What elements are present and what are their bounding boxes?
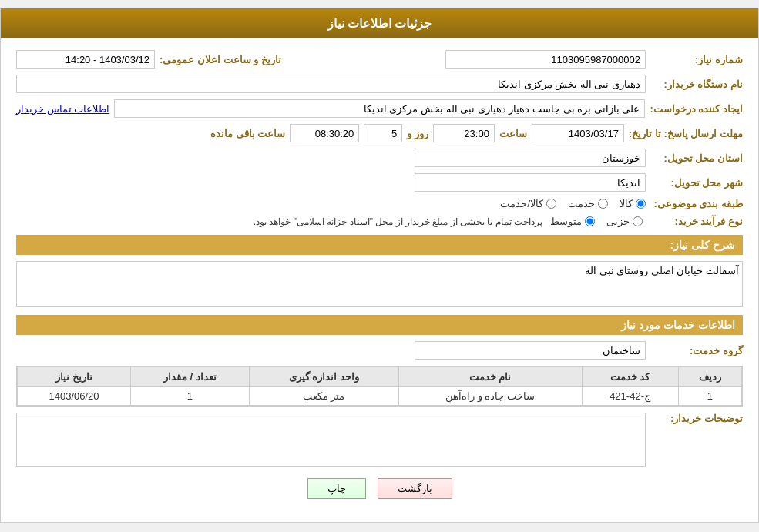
description-row: آسفالت خیابان اصلی روستای نبی اله [16, 261, 743, 307]
delivery-city-label: شهر محل تحویل: [650, 177, 743, 189]
category-kala-label: کالا [620, 198, 633, 209]
station-row: نام دستگاه خریدار: [16, 75, 743, 93]
category-khedmat-label: خدمت [568, 198, 595, 209]
page-wrapper: جزئیات اطلاعات نیاز شماره نیاز: تاریخ و … [0, 8, 759, 523]
need-number-input[interactable] [445, 50, 646, 69]
delivery-province-label: استان محل تحویل: [650, 152, 743, 164]
service-group-row: گروه خدمت: [16, 341, 743, 360]
purchase-jozii-radio[interactable] [633, 216, 643, 226]
col-row-num: ردیف [678, 367, 741, 387]
page-title: جزئیات اطلاعات نیاز [327, 17, 432, 30]
category-khedmat-radio[interactable] [598, 199, 608, 209]
service-group-input[interactable] [415, 341, 646, 360]
category-kala-khedmat: کالا/خدمت [500, 198, 556, 209]
category-kala-khedmat-radio[interactable] [546, 199, 556, 209]
description-section-title: شرح کلی نیاز: [670, 239, 735, 251]
back-button[interactable]: بازگشت [378, 478, 452, 499]
requester-input[interactable] [114, 99, 645, 118]
description-section-header: شرح کلی نیاز: [16, 235, 743, 255]
purchase-note: پرداخت تمام یا بخشی از مبلغ خریدار از مح… [254, 216, 542, 227]
delivery-province-row: استان محل تحویل: [16, 149, 743, 167]
buttons-row: بازگشت چاپ [16, 478, 743, 510]
col-unit: واحد اندازه گیری [249, 367, 398, 387]
services-table: ردیف کد خدمت نام خدمت واحد اندازه گیری ت… [17, 366, 742, 406]
purchase-type-label: نوع فرآیند خرید: [650, 216, 743, 227]
buyer-notes-label: توضیحات خریدار: [650, 413, 743, 424]
reply-deadline-row: مهلت ارسال پاسخ: تا تاریخ: ساعت روز و سا… [16, 124, 743, 142]
station-label: نام دستگاه خریدار: [650, 79, 743, 90]
services-section-title: اطلاعات خدمات مورد نیاز [621, 319, 735, 331]
col-qty: تعداد / مقدار [131, 367, 250, 387]
table-row: 1ج-42-421ساخت جاده و راه‌آهنمتر مکعب1140… [18, 387, 742, 406]
service-group-label: گروه خدمت: [650, 345, 743, 356]
reply-days-input[interactable] [364, 124, 402, 142]
delivery-province-input[interactable] [415, 149, 646, 167]
reply-days-label: روز و [407, 128, 428, 139]
table-header-row: ردیف کد خدمت نام خدمت واحد اندازه گیری ت… [18, 367, 742, 387]
col-service-code: کد خدمت [582, 367, 678, 387]
services-table-container: ردیف کد خدمت نام خدمت واحد اندازه گیری ت… [16, 366, 743, 407]
requester-label: ایجاد کننده درخواست: [650, 103, 743, 115]
table-cell-date: 1403/06/20 [18, 387, 131, 406]
page-header: جزئیات اطلاعات نیاز [1, 8, 758, 38]
delivery-city-input[interactable] [415, 173, 646, 192]
table-cell-unit: متر مکعب [249, 387, 398, 406]
table-cell-name: ساخت جاده و راه‌آهن [398, 387, 582, 406]
category-khedmat: خدمت [568, 198, 608, 209]
category-kala: کالا [620, 198, 646, 209]
category-kala-radio[interactable] [636, 199, 646, 209]
purchase-motavaset-radio[interactable] [585, 216, 595, 226]
contact-link[interactable]: اطلاعات تماس خریدار [16, 103, 109, 115]
purchase-jozii: جزیی [606, 216, 643, 227]
purchase-motavaset: متوسط [550, 216, 595, 227]
announce-datetime-input[interactable] [16, 50, 155, 69]
purchase-motavaset-label: متوسط [550, 216, 582, 227]
buyer-notes-textarea[interactable] [16, 413, 646, 467]
purchase-type-radio-group: جزیی متوسط [550, 216, 643, 227]
reply-date-input[interactable] [532, 124, 624, 142]
services-section-header: اطلاعات خدمات مورد نیاز [16, 315, 743, 335]
buyer-notes-row: توضیحات خریدار: [16, 413, 743, 467]
need-number-row: شماره نیاز: تاریخ و ساعت اعلان عمومی: [16, 50, 743, 69]
col-date: تاریخ نیاز [18, 367, 131, 387]
print-button[interactable]: چاپ [307, 478, 366, 499]
table-cell-row: 1 [678, 387, 741, 406]
reply-remaining-label: ساعت باقی مانده [210, 128, 285, 139]
description-textarea[interactable]: آسفالت خیابان اصلی روستای نبی اله [16, 261, 743, 307]
purchase-type-row: نوع فرآیند خرید: جزیی متوسط پرداخت تمام … [16, 216, 743, 227]
category-radio-group: کالا خدمت کالا/خدمت [500, 198, 646, 209]
table-cell-code: ج-42-421 [582, 387, 678, 406]
reply-deadline-label: مهلت ارسال پاسخ: تا تاریخ: [629, 128, 743, 139]
purchase-jozii-label: جزیی [606, 216, 630, 227]
table-cell-qty: 1 [131, 387, 250, 406]
category-kala-khedmat-label: کالا/خدمت [500, 198, 543, 209]
category-label: طبقه بندی موضوعی: [650, 198, 743, 209]
reply-remaining-input[interactable] [290, 124, 359, 142]
category-row: طبقه بندی موضوعی: کالا خدمت کالا/خدمت [16, 198, 743, 209]
announce-datetime-label: تاریخ و ساعت اعلان عمومی: [160, 54, 281, 65]
col-service-name: نام خدمت [398, 367, 582, 387]
requester-row: ایجاد کننده درخواست: اطلاعات تماس خریدار [16, 99, 743, 118]
reply-time-input[interactable] [433, 124, 495, 142]
delivery-city-row: شهر محل تحویل: [16, 173, 743, 192]
station-input[interactable] [16, 75, 646, 93]
content-area: شماره نیاز: تاریخ و ساعت اعلان عمومی: نا… [1, 38, 758, 522]
need-number-label: شماره نیاز: [650, 54, 743, 65]
reply-time-label: ساعت [499, 128, 527, 139]
